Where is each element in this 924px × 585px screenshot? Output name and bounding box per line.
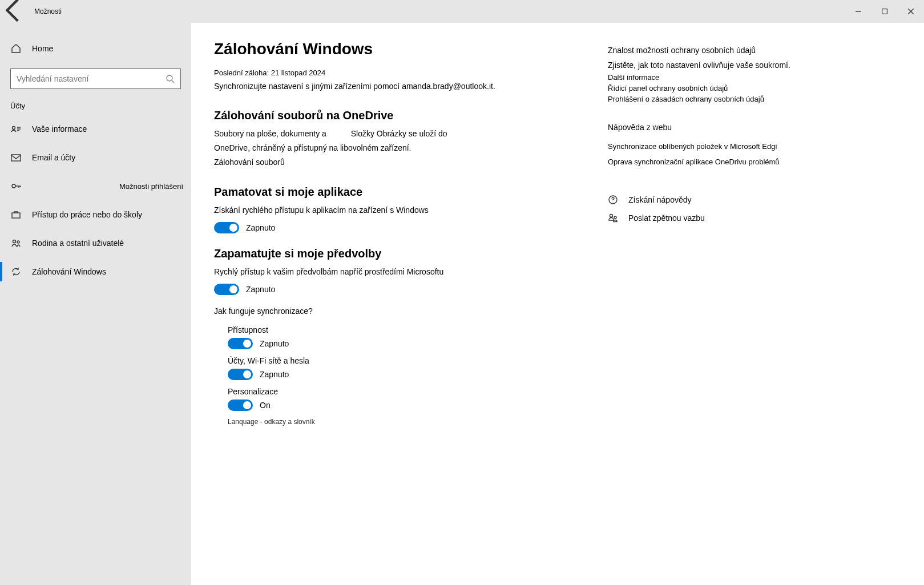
svg-rect-3 — [11, 155, 21, 161]
right-pane: Znalost možností ochrany osobních údajů … — [602, 23, 910, 585]
close-button[interactable] — [898, 0, 924, 23]
maximize-button[interactable] — [871, 0, 898, 23]
help-icon — [608, 195, 618, 205]
prefs-desc: Rychlý přístup k vašim předvolbám napříč… — [214, 266, 579, 278]
sub-passwords-toggle[interactable] — [228, 369, 253, 380]
sidebar: Home Účty Vaše informace Email a účty Mo… — [0, 23, 191, 585]
sub-passwords-label: Účty, Wi-Fi sítě a hesla — [228, 356, 579, 365]
briefcase-icon — [10, 209, 22, 220]
privacy-heading: Znalost možností ochrany osobních údajů — [608, 46, 887, 55]
sidebar-item-email[interactable]: Email a účty — [0, 143, 191, 172]
onedrive-manage-link[interactable]: Zálohování souborů — [214, 156, 579, 168]
prefs-heading: Zapamatujte si moje předvolby — [214, 247, 579, 260]
sub-accessibility-label: Přístupnost — [228, 325, 579, 334]
sidebar-item-label: Zálohování Windows — [32, 267, 106, 276]
person-card-icon — [10, 123, 22, 135]
onedrive-heading: Zálohování souborů na OneDrive — [214, 109, 579, 122]
sync-icon — [10, 266, 22, 277]
home-icon — [10, 43, 22, 54]
webhelp-link-onedrive[interactable]: Oprava synchronizační aplikace OneDrivu … — [608, 158, 887, 166]
prefs-toggle[interactable] — [214, 284, 239, 295]
privacy-link-dashboard[interactable]: Řídicí panel ochrany osobních údajů — [608, 84, 887, 92]
svg-point-1 — [167, 75, 172, 81]
get-help-action[interactable]: Získání nápovědy — [608, 195, 887, 205]
sub-accessibility-state: Zapnuto — [260, 339, 289, 348]
svg-rect-0 — [882, 9, 887, 14]
sidebar-item-work[interactable]: Přístup do práce nebo do školy — [0, 200, 191, 229]
svg-point-4 — [12, 184, 15, 188]
mail-icon — [10, 152, 22, 163]
apps-desc: Získání rychlého přístupu k aplikacím na… — [214, 204, 579, 216]
svg-point-10 — [614, 216, 616, 219]
how-sync-link[interactable]: Jak funguje synchronizace? — [214, 305, 579, 317]
sub-personalization-toggle[interactable] — [228, 400, 253, 411]
webhelp-heading: Nápověda z webu — [608, 123, 887, 132]
svg-point-6 — [13, 240, 16, 243]
titlebar: Možnosti — [0, 0, 924, 23]
sub-personalization-state: On — [260, 401, 271, 410]
webhelp-link-edge[interactable]: Synchronizace oblíbených položek v Micro… — [608, 142, 887, 151]
key-icon — [10, 180, 22, 192]
sidebar-item-label: Přístup do práce nebo do školy — [32, 210, 142, 219]
sidebar-item-family[interactable]: Rodina a ostatní uživatelé — [0, 229, 191, 257]
sub-passwords-state: Zapnuto — [260, 370, 289, 379]
apps-toggle[interactable] — [214, 222, 239, 233]
feedback-action[interactable]: Poslat zpětnou vazbu — [608, 213, 887, 223]
svg-point-2 — [13, 127, 15, 130]
sidebar-home-label: Home — [32, 44, 53, 53]
last-backup: Poslední záloha: 21 listopad 2024 — [214, 68, 579, 77]
people-icon — [10, 237, 22, 249]
sub-personalization-label: Personalizace — [228, 387, 579, 396]
privacy-desc: Zjistěte, jak toto nastavení ovlivňuje v… — [608, 60, 887, 70]
prefs-toggle-state: Zapnuto — [246, 285, 275, 294]
onedrive-text2: OneDrive, chráněný a přístupný na libovo… — [214, 142, 579, 154]
apps-toggle-state: Zapnuto — [246, 223, 275, 232]
svg-point-7 — [17, 241, 19, 243]
privacy-link-statement[interactable]: Prohlášení o zásadách ochrany osobních ú… — [608, 95, 887, 103]
sync-description: Synchronizujte nastavení s jinými zaříze… — [214, 82, 579, 91]
svg-point-9 — [610, 215, 613, 217]
main-content: Zálohování Windows Poslední záloha: 21 l… — [191, 23, 602, 585]
search-input[interactable] — [17, 74, 166, 83]
sidebar-item-your-info[interactable]: Vaše informace — [0, 115, 191, 143]
feedback-icon — [608, 213, 618, 223]
sidebar-item-label: Možnosti přihlášení — [119, 182, 183, 191]
svg-rect-5 — [12, 213, 20, 218]
sidebar-item-label: Rodina a ostatní uživatelé — [32, 239, 124, 248]
apps-heading: Pamatovat si moje aplikace — [214, 185, 579, 199]
onedrive-text: Soubory na ploše, dokumenty a Složky Obr… — [214, 128, 579, 140]
sidebar-section-header: Účty — [0, 96, 191, 115]
sidebar-home[interactable]: Home — [0, 34, 191, 63]
sidebar-item-label: Email a účty — [32, 153, 75, 162]
sidebar-item-signin[interactable]: Možnosti přihlášení — [0, 172, 191, 200]
search-box[interactable] — [10, 68, 181, 89]
sub-accessibility-toggle[interactable] — [228, 338, 253, 349]
minimize-button[interactable] — [845, 0, 871, 23]
sidebar-item-backup[interactable]: Zálohování Windows — [0, 257, 191, 286]
window-title: Možnosti — [29, 7, 62, 15]
sidebar-item-label: Vaše informace — [32, 124, 87, 134]
feedback-label: Poslat zpětnou vazbu — [628, 213, 705, 223]
sub-language-label: Lanquage - odkazy a slovník — [228, 418, 579, 426]
search-icon — [166, 74, 175, 83]
page-title: Zálohování Windows — [214, 40, 579, 58]
get-help-label: Získání nápovědy — [628, 195, 692, 204]
privacy-link-more[interactable]: Další informace — [608, 73, 887, 82]
